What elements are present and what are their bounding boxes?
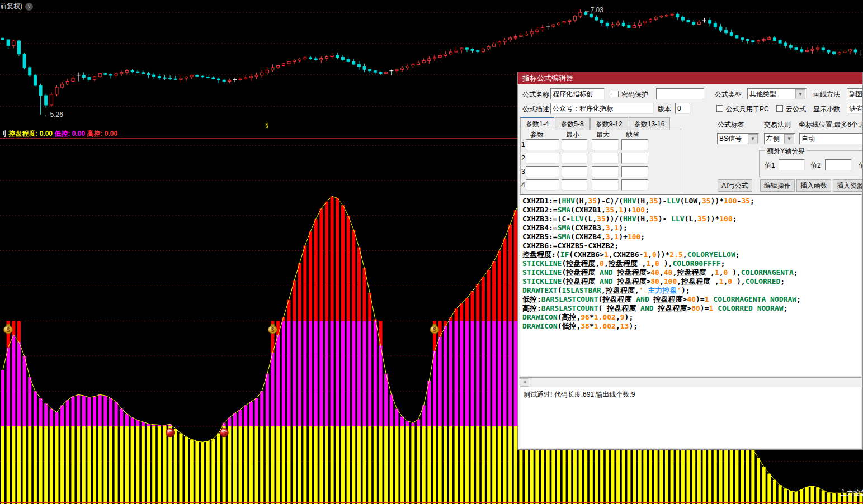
code-line: STICKLINE(控盘程度 AND 控盘程度>40,40,控盘程度 ,1,0 …	[522, 268, 861, 277]
param-tab-strip: 参数1-4参数5-8参数9-12参数13-16	[520, 117, 671, 130]
code-line: CXHZB5:=SMA(CXHZB4,3,1)+100;	[522, 232, 861, 241]
param-input-r3c1[interactable]	[526, 166, 559, 177]
trade-rule-value: 左侧	[766, 135, 780, 142]
param-header: 最大	[596, 130, 610, 140]
code-line: DRAWICON(高控,96*1.002,9);	[522, 313, 861, 322]
formula-tag-label: 公式标签	[718, 120, 744, 130]
cloud-formula-checkbox[interactable]	[776, 105, 783, 112]
param-input-r2c1[interactable]	[526, 153, 559, 164]
formula-tag-combobox[interactable]: BS信号 ▼	[717, 133, 759, 144]
value1-input[interactable]	[779, 159, 805, 170]
compile-status-text: 测试通过! 代码长度:691,输出线个数:9	[524, 391, 635, 398]
pc-only-label: 公式只用于PC	[726, 104, 769, 114]
param-input-r4c1[interactable]	[526, 179, 559, 191]
param-row-number: 4	[521, 181, 525, 189]
code-line: 低控:BARSLASTCOUNT(控盘程度 AND 控盘程度>40)=1 COL…	[522, 295, 861, 304]
code-line: CXHZB1:=(HHV(H,35)-C)/(HHV(H,35)-LLV(LOW…	[522, 197, 861, 206]
last-bar-label: 主力控盘	[840, 489, 863, 497]
tab-1[interactable]: 参数1-4	[520, 117, 554, 129]
param-input-r2c2[interactable]	[562, 153, 587, 164]
formula-name-label: 公式名称	[522, 90, 549, 99]
param-input-r3c2[interactable]	[562, 166, 587, 177]
param-input-r4c2[interactable]	[562, 179, 587, 191]
clipped-indicator-name: 刂	[0, 130, 7, 137]
button-4[interactable]: 插入资源	[833, 179, 863, 192]
formula-editor-dialog: 指标公式编辑器 公式名称 程序化指标创 密码保护 公式类型 其他类型 ▼ 画线方…	[517, 72, 863, 450]
param-header: 缺省	[626, 130, 639, 140]
formula-code-editor[interactable]: CXHZB1:=(HHV(H,35)-C)/(HHV(H,35)-LLV(LOW…	[520, 194, 862, 377]
code-line: STICKLINE(控盘程度 AND 控盘程度>80,100,控盘程度 ,1,0…	[522, 277, 861, 286]
formula-type-label: 公式类型	[715, 90, 742, 99]
formula-type-combobox[interactable]: 其他类型 ▼	[747, 88, 807, 99]
chevron-down-icon[interactable]: ▼	[795, 89, 805, 99]
button-3[interactable]: 插入函数	[796, 179, 831, 192]
pc-only-checkbox[interactable]	[716, 105, 723, 112]
tab-4[interactable]: 参数13-16	[629, 117, 671, 130]
dialog-titlebar[interactable]: 指标公式编辑器	[518, 72, 862, 84]
param-row-number: 3	[521, 168, 525, 175]
code-line: 高控:BARSLASTCOUNT( 控盘程度 AND 控盘程度>80)=1 CO…	[522, 304, 861, 313]
param-header: 参数	[530, 130, 544, 140]
value2-label: 值2	[810, 161, 821, 170]
adjustment-mode-label: 前复权)	[0, 2, 22, 10]
value3-label: 值	[859, 161, 863, 170]
high-price-mark: ←7.03	[584, 6, 604, 14]
trade-rule-combobox[interactable]: 左侧 ▼	[764, 133, 795, 144]
indicator-readout: 低控: 0.00	[54, 130, 87, 137]
formula-desc-label: 公式描述	[522, 104, 549, 114]
param-input-r3c3[interactable]	[592, 166, 619, 177]
button-2[interactable]: 编辑操作	[760, 179, 795, 192]
cloud-formula-label: 云公式	[786, 104, 806, 114]
tab-2[interactable]: 参数5-8	[555, 117, 589, 130]
version-input[interactable]: 0	[675, 103, 690, 114]
draw-method-combobox[interactable]: 副图	[847, 88, 863, 99]
param-input-r1c4[interactable]	[621, 139, 648, 150]
formula-tag-value: BS信号	[719, 135, 742, 142]
password-input[interactable]	[656, 88, 704, 99]
tab-3[interactable]: 参数9-12	[590, 117, 628, 130]
password-protect-label: 密码保护	[621, 90, 648, 99]
param-input-r2c3[interactable]	[592, 153, 619, 164]
draw-method-label: 画线方法	[813, 90, 840, 99]
button-1[interactable]: AI写公式	[718, 179, 752, 192]
param-input-r1c2[interactable]	[562, 139, 587, 150]
chevron-down-icon[interactable]: ▼	[784, 134, 794, 144]
svg-text:$: $	[7, 327, 10, 333]
money-bag-icon: $	[4, 324, 13, 334]
compile-status-panel: 测试通过! 代码长度:691,输出线个数:9	[520, 387, 862, 449]
password-protect-checkbox[interactable]	[612, 91, 619, 97]
money-bag-icon: $	[430, 324, 439, 334]
code-line: CXHZB6:=CXHZB5-CXHZB2;	[522, 241, 861, 250]
param-input-r3c4[interactable]	[621, 166, 648, 177]
axis-position-label: 坐标线位置,最多6个,用	[799, 120, 863, 130]
param-input-r4c3[interactable]	[592, 179, 619, 191]
parameter-table: 参数最小最大缺省1234	[520, 129, 681, 195]
show-decimal-combobox[interactable]: 缺省值	[847, 103, 863, 114]
red-ball-icon	[220, 429, 228, 437]
chevron-down-icon[interactable]: ∨	[25, 3, 33, 11]
param-input-r4c4[interactable]	[621, 179, 648, 191]
svg-text:$: $	[271, 327, 275, 333]
chevron-down-icon[interactable]: ▼	[748, 134, 758, 144]
scroll-left-icon[interactable]: ◄	[520, 378, 529, 387]
chart-corner-label: 前复权) ∨	[0, 2, 33, 11]
code-line: CXHZB4:=SMA(CXHZB3,3,1);	[522, 224, 861, 232]
param-header: 最小	[566, 130, 579, 140]
section-mark: §	[265, 122, 268, 129]
param-row-number: 1	[521, 141, 525, 149]
formula-desc-input[interactable]: 公众号：程序化指标	[550, 103, 654, 114]
code-horizontal-scrollbar[interactable]: ◄	[520, 377, 862, 386]
code-line: 控盘程度:(IF(CXHZB6>1,CXHZB6-1,0))*2.5,COLOR…	[522, 250, 861, 259]
show-decimal-label: 显示小数	[813, 104, 840, 114]
param-input-r1c3[interactable]	[592, 139, 619, 150]
money-bag-icon: $	[268, 324, 277, 334]
param-input-r1c1[interactable]	[526, 139, 559, 150]
indicator-readout: 高控: 0.00	[87, 130, 117, 137]
axis-position-input[interactable]: 自动	[799, 133, 863, 144]
version-label: 版本	[658, 104, 671, 114]
param-input-r2c4[interactable]	[621, 153, 648, 164]
code-line: CXHZB2:=SMA(CXHZB1,35,1)+100;	[522, 206, 861, 215]
value2-input[interactable]	[825, 159, 851, 170]
code-line: DRAWICON(低控,38*1.002,13);	[522, 322, 861, 331]
formula-name-input[interactable]: 程序化指标创	[550, 88, 605, 99]
